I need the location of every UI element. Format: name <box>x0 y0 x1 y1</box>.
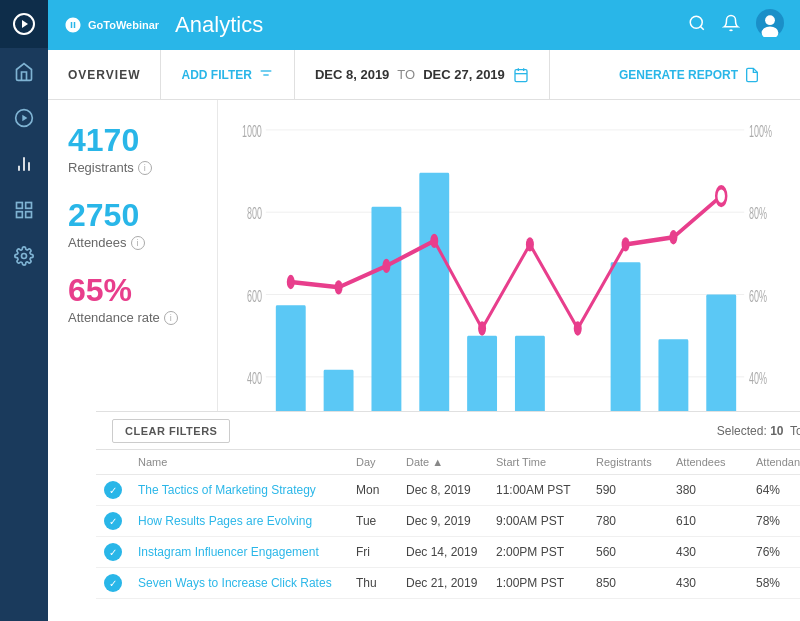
svg-text:800: 800 <box>247 205 262 224</box>
attendees-label: Attendees i <box>68 235 197 250</box>
row-day: Fri <box>348 537 398 568</box>
row-checkbox[interactable]: ✓ <box>96 568 130 599</box>
svg-point-56 <box>478 321 486 335</box>
svg-text:80%: 80% <box>749 205 767 224</box>
table-toolbar: CLEAR FILTERS Selected: 10 Total 10 <box>96 412 800 450</box>
sidebar-item-grid[interactable] <box>0 188 48 232</box>
table-row: ✓ How Results Pages are Evolving Tue Dec… <box>96 506 800 537</box>
row-name: Instagram Influencer Engagement <box>130 537 348 568</box>
svg-point-12 <box>690 16 702 28</box>
row-checkbox[interactable]: ✓ <box>96 475 130 506</box>
col-registrants: Registrants <box>588 450 668 475</box>
row-starttime: 9:00AM PST <box>488 506 588 537</box>
row-name: The Tactics of Marketing Strategy <box>130 475 348 506</box>
svg-text:600: 600 <box>247 287 262 306</box>
generate-report-button[interactable]: GENERATE REPORT <box>599 67 780 83</box>
clear-filters-button[interactable]: CLEAR FILTERS <box>112 419 230 443</box>
check-icon: ✓ <box>104 512 122 530</box>
row-date: Dec 21, 2019 <box>398 568 488 599</box>
attendees-stat: 2750 Attendees i <box>68 199 197 250</box>
col-date[interactable]: Date ▲ <box>398 450 488 475</box>
table-info: Selected: 10 Total 10 <box>717 424 800 438</box>
col-checkbox <box>96 450 130 475</box>
row-day: Mon <box>348 475 398 506</box>
registrants-info-icon[interactable]: i <box>138 161 152 175</box>
rate-label: Attendance rate i <box>68 310 197 325</box>
svg-point-57 <box>526 237 534 251</box>
row-checkbox[interactable]: ✓ <box>96 506 130 537</box>
add-filter-button[interactable]: ADD FILTER <box>161 50 294 99</box>
col-attendees: Attendees <box>668 450 748 475</box>
date-to-label: TO <box>397 67 415 82</box>
rate-info-icon[interactable]: i <box>164 311 178 325</box>
webinars-table: Name Day Date ▲ Start Time Registrants A… <box>96 450 800 599</box>
date-to: DEC 27, 2019 <box>423 67 505 82</box>
page-title: Analytics <box>175 12 688 38</box>
row-date: Dec 8, 2019 <box>398 475 488 506</box>
row-attendees: 610 <box>668 506 748 537</box>
row-rate: 78% <box>748 506 800 537</box>
sidebar-item-home[interactable] <box>0 50 48 94</box>
sidebar-item-analytics[interactable] <box>0 142 48 186</box>
topbar-icons <box>688 9 784 42</box>
svg-rect-9 <box>17 212 23 218</box>
row-starttime: 1:00PM PST <box>488 568 588 599</box>
svg-marker-3 <box>22 115 27 122</box>
row-registrants: 850 <box>588 568 668 599</box>
svg-point-54 <box>382 259 390 273</box>
table-row: ✓ Seven Ways to Increase Click Rates Thu… <box>96 568 800 599</box>
attendees-info-icon[interactable]: i <box>131 236 145 250</box>
row-starttime: 11:00AM PST <box>488 475 588 506</box>
filterbar: OVERVIEW ADD FILTER DEC 8, 2019 TO DEC 2… <box>48 50 800 100</box>
topbar: GoToWebinar Analytics <box>48 0 800 50</box>
app-logo: GoToWebinar <box>64 16 159 34</box>
row-rate: 76% <box>748 537 800 568</box>
row-checkbox[interactable]: ✓ <box>96 537 130 568</box>
overview-tab[interactable]: OVERVIEW <box>68 50 161 99</box>
svg-point-55 <box>430 234 438 248</box>
registrants-stat: 4170 Registrants i <box>68 124 197 175</box>
svg-point-52 <box>287 275 295 289</box>
svg-text:60%: 60% <box>749 287 767 306</box>
registrants-label: Registrants i <box>68 160 197 175</box>
search-icon[interactable] <box>688 14 706 37</box>
svg-marker-1 <box>22 20 28 28</box>
check-icon: ✓ <box>104 481 122 499</box>
row-name: How Results Pages are Evolving <box>130 506 348 537</box>
row-date: Dec 14, 2019 <box>398 537 488 568</box>
svg-text:100%: 100% <box>749 122 772 141</box>
svg-point-60 <box>669 230 677 244</box>
sidebar <box>0 0 48 621</box>
svg-point-15 <box>765 15 775 25</box>
attendance-rate-stat: 65% Attendance rate i <box>68 274 197 325</box>
svg-rect-7 <box>17 203 23 209</box>
sidebar-item-play[interactable] <box>0 96 48 140</box>
svg-point-58 <box>574 321 582 335</box>
table-header-row: Name Day Date ▲ Start Time Registrants A… <box>96 450 800 475</box>
svg-point-59 <box>622 237 630 251</box>
date-range[interactable]: DEC 8, 2019 TO DEC 27, 2019 <box>295 50 550 99</box>
notifications-icon[interactable] <box>722 14 740 37</box>
col-starttime: Start Time <box>488 450 588 475</box>
rate-value: 65% <box>68 274 197 306</box>
row-starttime: 2:00PM PST <box>488 537 588 568</box>
registrants-value: 4170 <box>68 124 197 156</box>
col-name: Name <box>130 450 348 475</box>
avatar[interactable] <box>756 9 784 42</box>
sidebar-item-settings[interactable] <box>0 234 48 278</box>
check-icon: ✓ <box>104 543 122 561</box>
check-icon: ✓ <box>104 574 122 592</box>
table-row: ✓ The Tactics of Marketing Strategy Mon … <box>96 475 800 506</box>
svg-line-13 <box>700 26 703 29</box>
svg-point-11 <box>22 254 27 259</box>
svg-rect-8 <box>26 203 32 209</box>
row-attendees: 380 <box>668 475 748 506</box>
row-rate: 64% <box>748 475 800 506</box>
webinars-table-section: CLEAR FILTERS Selected: 10 Total 10 Name… <box>96 411 800 621</box>
svg-rect-10 <box>26 212 32 218</box>
row-rate: 58% <box>748 568 800 599</box>
row-registrants: 560 <box>588 537 668 568</box>
date-from: DEC 8, 2019 <box>315 67 389 82</box>
row-day: Tue <box>348 506 398 537</box>
table-row: ✓ Instagram Influencer Engagement Fri De… <box>96 537 800 568</box>
